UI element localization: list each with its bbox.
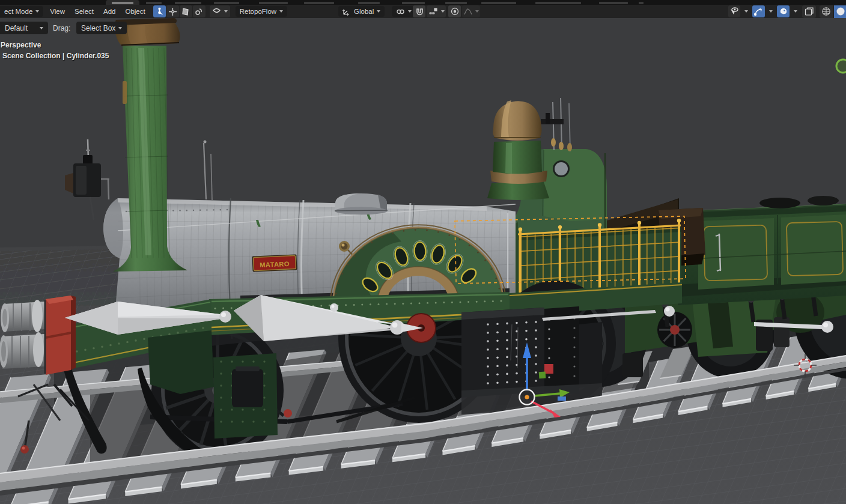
svg-text:MATARO: MATARO bbox=[260, 260, 290, 269]
